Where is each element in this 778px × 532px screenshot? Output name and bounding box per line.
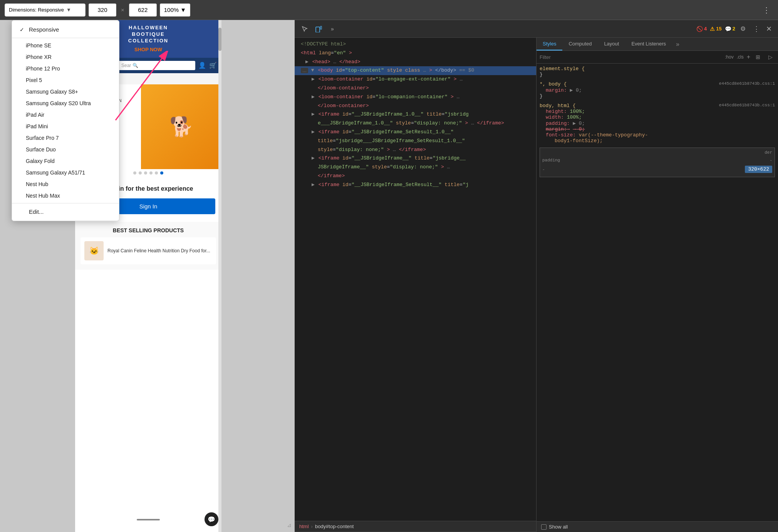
- user-icon[interactable]: 👤: [198, 62, 206, 69]
- dimensions-arrow: ▼: [66, 7, 71, 13]
- pseudo-filter[interactable]: :hov: [725, 54, 734, 60]
- dropdown-item-samsung-s8plus[interactable]: Samsung Galaxy S8+: [12, 86, 119, 97]
- dropdown-item-responsive[interactable]: ✓ Responsive: [12, 23, 119, 36]
- devtools-more-button[interactable]: ⋮: [751, 23, 762, 35]
- html-line: ▶ <head> … </head>: [295, 58, 536, 67]
- dropdown-item-galaxy-fold[interactable]: Galaxy Fold: [12, 155, 119, 167]
- dropdown-item-iphone-12-pro[interactable]: iPhone 12 Pro: [12, 63, 119, 74]
- error-badge[interactable]: 🚫 4: [696, 26, 707, 32]
- class-filter[interactable]: .cls: [737, 54, 744, 60]
- scroll-indicator: [137, 519, 160, 520]
- resize-icon[interactable]: ⊿: [287, 522, 292, 528]
- styles-more-tabs[interactable]: »: [672, 38, 683, 50]
- settings-button[interactable]: ⚙: [737, 23, 749, 35]
- edit-label: Edit...: [29, 208, 44, 215]
- html-content[interactable]: <!DOCTYPE html> <html lang="en" > ▶ <hea…: [295, 38, 536, 521]
- error-count: 4: [704, 26, 707, 32]
- styles-panel: Styles Computed Layout Event Listeners »…: [537, 38, 778, 532]
- warning-icon: ⚠: [710, 26, 715, 32]
- devtools-bottom: Show all: [537, 521, 778, 532]
- show-all-checkbox[interactable]: Show all: [541, 524, 568, 530]
- checkbox-box[interactable]: [541, 524, 547, 530]
- best-selling-title: BEST SELLING PRODUCTS: [80, 227, 216, 233]
- filter-icon-1[interactable]: ⊞: [753, 52, 763, 62]
- carousel-dot-4[interactable]: [149, 171, 153, 175]
- height-input[interactable]: [129, 3, 157, 17]
- tab-layout[interactable]: Layout: [598, 38, 625, 50]
- filter-icon-2[interactable]: ▷: [766, 52, 775, 62]
- html-line: ▶ <iframe id="__JSBridgeIframe_SetResult…: [295, 181, 536, 190]
- padding-dash: -: [770, 158, 772, 163]
- html-line: ▶ <loom-container id="lo-companion-conta…: [295, 93, 536, 102]
- dropdown-item-surface-duo[interactable]: Surface Duo: [12, 144, 119, 155]
- html-line: title="jsbridge___JSBridgeIframe_SetResu…: [295, 137, 536, 146]
- dropdown-item-ipad-mini[interactable]: iPad Mini: [12, 121, 119, 132]
- site-search-bar[interactable]: Sear 🔍: [118, 61, 195, 70]
- dropdown-item-surface-pro-7[interactable]: Surface Pro 7: [12, 132, 119, 144]
- more-tools-button[interactable]: »: [326, 23, 339, 35]
- dropdown-item-samsung-s20-ultra[interactable]: Samsung Galaxy S20 Ultra: [12, 97, 119, 109]
- main-toolbar: Dimensions: Responsive ▼ × 100% ▼ ⋮: [0, 0, 778, 20]
- tab-event-listeners[interactable]: Event Listeners: [625, 38, 672, 50]
- devtools-toolbar: » 🚫 4 ⚠ 15 💬 2 ⚙ ⋮ ✕: [295, 20, 778, 38]
- html-line: </loom-container>: [295, 84, 536, 93]
- best-selling-section: BEST SELLING PRODUCTS 🐱 Royal Canin Feli…: [75, 222, 221, 270]
- dropdown-item-edit[interactable]: Edit...: [12, 205, 119, 218]
- dimensions-dropdown[interactable]: Dimensions: Responsive ▼: [5, 3, 86, 17]
- dropdown-item-iphone-xr[interactable]: iPhone XR: [12, 51, 119, 63]
- carousel-dot-5[interactable]: [155, 171, 158, 175]
- responsive-label: Responsive: [29, 26, 59, 33]
- box-model-labels: der: [542, 150, 772, 155]
- cursor-tool-button[interactable]: [298, 23, 311, 35]
- add-style-button[interactable]: +: [747, 54, 750, 60]
- spacer: -: [542, 167, 545, 172]
- dropdown-item-samsung-a51[interactable]: Samsung Galaxy A51/71: [12, 167, 119, 178]
- devtools-close-button[interactable]: ✕: [764, 23, 774, 35]
- info-badge[interactable]: 💬 2: [725, 26, 735, 32]
- dropdown-item-nest-hub-max[interactable]: Nest Hub Max: [12, 190, 119, 201]
- dog-icon: 🐕: [169, 116, 193, 138]
- css-close: }: [540, 72, 775, 77]
- product-name: Royal Canin Feline Health Nutrition Dry …: [107, 248, 210, 253]
- carousel-dot-1[interactable]: [133, 171, 136, 175]
- cart-icon[interactable]: 🛒: [209, 62, 217, 69]
- breadcrumb-html[interactable]: html: [299, 524, 309, 529]
- scrollbar[interactable]: [218, 20, 221, 532]
- search-icon: 🔍: [132, 63, 138, 68]
- tab-styles[interactable]: Styles: [537, 38, 562, 50]
- css-prop-font-size: font-size: var(--theme-typography- body1…: [540, 132, 775, 144]
- box-model-row: padding -: [542, 156, 772, 164]
- ellipsis-button[interactable]: …: [301, 68, 308, 73]
- css-rule-header: *, body { e445cd8e61b8743b.css:1: [540, 81, 775, 87]
- main-layout: ✓ Responsive iPhone SE iPhone XR iPhone …: [0, 20, 778, 532]
- carousel-dot-3[interactable]: [144, 171, 147, 175]
- width-input[interactable]: [89, 3, 116, 17]
- dropdown-item-nest-hub[interactable]: Nest Hub: [12, 178, 119, 190]
- breadcrumb-bar: html › body#top-content: [295, 521, 536, 532]
- product-image: 🐱: [84, 241, 104, 260]
- carousel-dot-2[interactable]: [139, 171, 142, 175]
- html-line: ▶ <loom-container id="lo-engage-ext-cont…: [295, 75, 536, 84]
- css-prop-margin: margin: ▶ 0;: [540, 87, 775, 93]
- toolbar-more-button[interactable]: ⋮: [760, 4, 773, 16]
- styles-content[interactable]: element.style { } *, body { e445cd8e61b8…: [537, 64, 778, 521]
- tab-computed[interactable]: Computed: [562, 38, 598, 50]
- css-rule-body-html: body, html { e445cd8e61b8743b.css:1 heig…: [540, 103, 775, 144]
- warning-badge[interactable]: ⚠ 15: [710, 26, 721, 32]
- scrollbar-thumb[interactable]: [218, 28, 221, 51]
- dropdown-item-pixel-5[interactable]: Pixel 5: [12, 74, 119, 86]
- carousel-dot-6[interactable]: [160, 171, 163, 175]
- info-icon: 💬: [725, 26, 731, 32]
- dropdown-item-ipad-air[interactable]: iPad Air: [12, 109, 119, 121]
- breadcrumb-body[interactable]: body#top-content: [315, 524, 354, 529]
- zoom-value: 100%: [164, 7, 179, 13]
- zoom-dropdown[interactable]: 100% ▼: [160, 3, 190, 17]
- html-selected-line: … ▼ <body id="top-content" style class ……: [295, 66, 536, 75]
- styles-tabs: Styles Computed Layout Event Listeners »: [537, 38, 778, 51]
- html-line: </loom-container>: [295, 102, 536, 111]
- device-toggle-button[interactable]: [312, 23, 325, 35]
- html-line: <html lang="en" >: [295, 49, 536, 58]
- dropdown-item-iphone-se[interactable]: iPhone SE: [12, 40, 119, 51]
- zoom-arrow: ▼: [180, 7, 186, 13]
- styles-filter-input[interactable]: [540, 54, 722, 60]
